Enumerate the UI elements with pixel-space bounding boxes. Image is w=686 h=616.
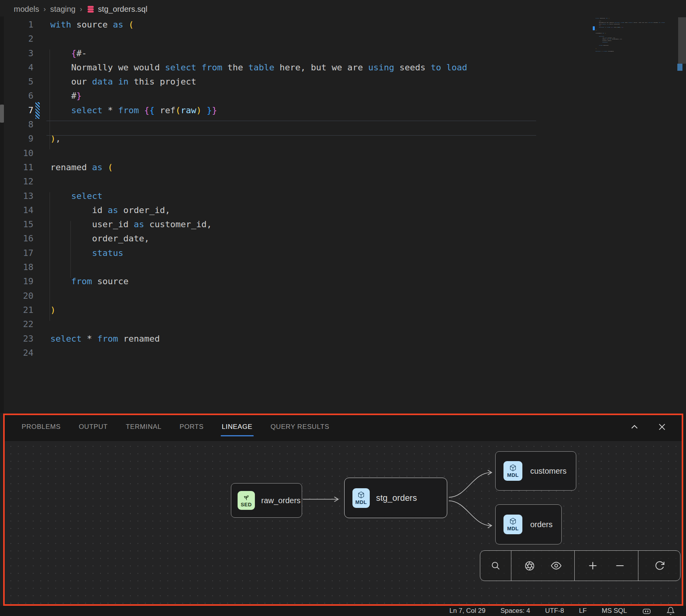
gutter[interactable] bbox=[33, 103, 50, 118]
close-panel-button[interactable] bbox=[653, 418, 671, 436]
line-number[interactable]: 1 bbox=[0, 18, 33, 32]
refresh-button[interactable] bbox=[651, 557, 668, 574]
code-line[interactable]: 12 bbox=[0, 175, 686, 189]
code-line[interactable]: 10 bbox=[0, 146, 686, 160]
line-number[interactable]: 4 bbox=[0, 61, 33, 75]
line-number[interactable]: 3 bbox=[0, 46, 33, 61]
lineage-node-stg-orders[interactable]: MDL stg_orders bbox=[344, 478, 447, 518]
code-line[interactable]: 22 bbox=[0, 317, 686, 331]
search-button[interactable] bbox=[487, 557, 504, 574]
aperture-button[interactable] bbox=[521, 557, 538, 574]
line-number[interactable]: 7 bbox=[0, 103, 33, 118]
zoom-out-button[interactable] bbox=[611, 557, 629, 574]
code-editor[interactable]: 1with source as (23 {#-4 Normally we wou… bbox=[0, 18, 686, 411]
code-line[interactable]: 19 from source bbox=[0, 274, 686, 289]
line-number[interactable]: 9 bbox=[0, 132, 33, 146]
line-number[interactable]: 19 bbox=[0, 274, 33, 289]
status-language-mode[interactable]: MS SQL bbox=[602, 607, 627, 615]
code-line[interactable]: 6 #} bbox=[0, 89, 686, 103]
line-number[interactable]: 20 bbox=[0, 289, 33, 303]
gutter[interactable] bbox=[33, 175, 50, 189]
code-line[interactable]: 21) bbox=[0, 303, 686, 317]
tab-query-results[interactable]: QUERY RESULTS bbox=[271, 419, 330, 435]
line-number[interactable]: 24 bbox=[0, 346, 33, 360]
maximize-panel-button[interactable] bbox=[626, 418, 643, 436]
breadcrumb-item-staging[interactable]: staging bbox=[50, 5, 76, 14]
line-number[interactable]: 10 bbox=[0, 146, 33, 160]
line-number[interactable]: 18 bbox=[0, 260, 33, 274]
breadcrumb-file[interactable]: stg_orders.sql bbox=[87, 5, 148, 14]
gutter[interactable] bbox=[33, 317, 50, 331]
lineage-node-orders[interactable]: MDL orders bbox=[495, 504, 562, 544]
gutter[interactable] bbox=[33, 118, 50, 132]
minimap[interactable]: with source as ( {#- Normally we would s… bbox=[596, 17, 661, 53]
code-line[interactable]: 23select * from renamed bbox=[0, 332, 686, 346]
gutter[interactable] bbox=[33, 75, 50, 89]
code-line[interactable]: 14 id as order_id, bbox=[0, 203, 686, 217]
line-number[interactable]: 5 bbox=[0, 75, 33, 89]
line-number[interactable]: 8 bbox=[0, 118, 33, 132]
tab-ports[interactable]: PORTS bbox=[180, 419, 204, 435]
gutter[interactable] bbox=[33, 346, 50, 360]
gutter[interactable] bbox=[33, 18, 50, 32]
tab-lineage[interactable]: LINEAGE bbox=[222, 419, 253, 435]
tab-terminal[interactable]: TERMINAL bbox=[126, 419, 162, 435]
gutter[interactable] bbox=[33, 246, 50, 260]
gutter[interactable] bbox=[33, 289, 50, 303]
code-line[interactable]: 7 select * from {{ ref(raw) }} bbox=[0, 103, 686, 118]
line-number[interactable]: 21 bbox=[0, 303, 33, 317]
gutter[interactable] bbox=[33, 46, 50, 61]
gutter[interactable] bbox=[33, 274, 50, 289]
visibility-button[interactable] bbox=[548, 557, 565, 574]
line-number[interactable]: 13 bbox=[0, 189, 33, 203]
line-number[interactable]: 22 bbox=[0, 317, 33, 331]
gutter[interactable] bbox=[33, 303, 50, 317]
zoom-in-button[interactable] bbox=[584, 557, 601, 574]
code-line[interactable]: 24 bbox=[0, 346, 686, 360]
code-line[interactable]: 2 bbox=[0, 32, 686, 46]
gutter[interactable] bbox=[33, 260, 50, 274]
line-number[interactable]: 2 bbox=[0, 32, 33, 46]
code-line[interactable]: 4 Normally we would select from the tabl… bbox=[0, 61, 686, 75]
code-line[interactable]: 16 order_date, bbox=[0, 232, 686, 246]
lineage-node-raw-orders[interactable]: SED raw_orders bbox=[231, 483, 302, 518]
code-line[interactable]: 18 bbox=[0, 260, 686, 274]
gutter[interactable] bbox=[33, 332, 50, 346]
gutter[interactable] bbox=[33, 189, 50, 203]
code-line[interactable]: 11renamed as ( bbox=[0, 160, 686, 175]
code-content[interactable]: 1with source as (23 {#-4 Normally we wou… bbox=[0, 18, 686, 360]
line-number[interactable]: 14 bbox=[0, 203, 33, 217]
lineage-node-customers[interactable]: MDL customers bbox=[495, 451, 576, 491]
line-number[interactable]: 12 bbox=[0, 175, 33, 189]
line-number[interactable]: 16 bbox=[0, 232, 33, 246]
gutter[interactable] bbox=[33, 89, 50, 103]
gutter[interactable] bbox=[33, 203, 50, 217]
status-eol[interactable]: LF bbox=[579, 607, 587, 615]
editor-scrollbar[interactable] bbox=[678, 17, 686, 64]
line-number[interactable]: 6 bbox=[0, 89, 33, 103]
gutter[interactable] bbox=[33, 160, 50, 175]
code-line[interactable]: 17 status bbox=[0, 246, 686, 260]
gutter[interactable] bbox=[33, 61, 50, 75]
gutter[interactable] bbox=[33, 132, 50, 146]
status-indentation[interactable]: Spaces: 4 bbox=[500, 607, 530, 615]
gutter[interactable] bbox=[33, 232, 50, 246]
code-line[interactable]: 1with source as ( bbox=[0, 18, 686, 32]
line-number[interactable]: 17 bbox=[0, 246, 33, 260]
status-encoding[interactable]: UTF-8 bbox=[545, 607, 564, 615]
tab-problems[interactable]: PROBLEMS bbox=[22, 419, 61, 435]
line-number[interactable]: 11 bbox=[0, 160, 33, 175]
code-line[interactable]: 13 select bbox=[0, 189, 686, 203]
breadcrumb-item-models[interactable]: models bbox=[14, 5, 39, 14]
tab-output[interactable]: OUTPUT bbox=[79, 419, 107, 435]
line-number[interactable]: 15 bbox=[0, 217, 33, 232]
gutter[interactable] bbox=[33, 217, 50, 232]
gutter[interactable] bbox=[33, 146, 50, 160]
notifications-button[interactable] bbox=[666, 607, 675, 615]
copilot-button[interactable] bbox=[642, 607, 651, 615]
code-line[interactable]: 15 user_id as customer_id, bbox=[0, 217, 686, 232]
status-cursor-position[interactable]: Ln 7, Col 29 bbox=[449, 607, 485, 615]
line-number[interactable]: 23 bbox=[0, 332, 33, 346]
code-line[interactable]: 20 bbox=[0, 289, 686, 303]
code-line[interactable]: 3 {#- bbox=[0, 46, 686, 61]
